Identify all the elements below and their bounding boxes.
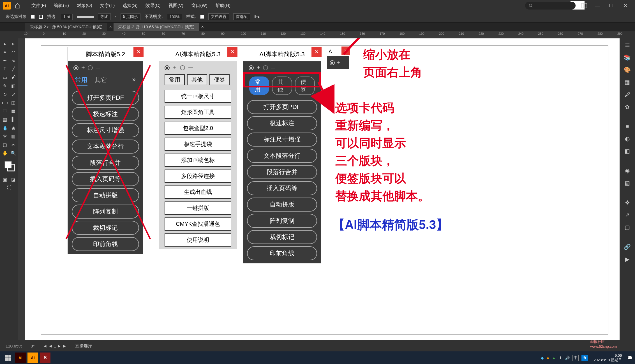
- graph-tool[interactable]: ▥: [10, 132, 17, 140]
- list-item[interactable]: 矩形圆角工具: [165, 106, 231, 119]
- shaper-tool[interactable]: ✎: [1, 82, 9, 90]
- brush-select[interactable]: 5 点圆形: [121, 13, 141, 20]
- plus-icon[interactable]: +: [336, 59, 340, 66]
- magic-wand-tool[interactable]: ✦: [1, 48, 9, 56]
- stroke-panel-icon[interactable]: ≡: [622, 121, 633, 132]
- menu-select[interactable]: 选择(S): [119, 3, 141, 9]
- list-item[interactable]: 标注尺寸增强: [247, 133, 317, 147]
- menu-object[interactable]: 对象(O): [73, 3, 96, 9]
- slice-tool[interactable]: ✂: [10, 141, 17, 149]
- menu-edit[interactable]: 编辑(E): [50, 3, 73, 9]
- direct-selection-tool[interactable]: ▹: [10, 40, 17, 48]
- doc-tab-1[interactable]: 未标题-2.ai @ 50 % (CMYK/CPU 预览): [25, 23, 107, 31]
- list-item[interactable]: 使用说明: [165, 233, 231, 247]
- list-item[interactable]: 自动拼版: [247, 198, 317, 212]
- hand-tool[interactable]: ✋: [1, 149, 9, 157]
- links-icon[interactable]: 🔗: [622, 242, 633, 252]
- close-icon[interactable]: ✕: [341, 47, 350, 55]
- fill-stroke-swatch[interactable]: [4, 160, 15, 171]
- taskbar-app[interactable]: S: [40, 353, 50, 363]
- tab-common[interactable]: 常用: [75, 76, 87, 86]
- list-item[interactable]: 极速标注: [247, 116, 317, 130]
- maximize-button[interactable]: ☐: [607, 1, 615, 10]
- list-item[interactable]: 插入页码等: [247, 181, 317, 195]
- list-item[interactable]: 添加画稿色标: [165, 154, 231, 167]
- rectangle-tool[interactable]: ▭: [1, 73, 9, 81]
- menu-type[interactable]: 文字(T): [96, 3, 119, 9]
- menu-help[interactable]: 帮助(H): [211, 3, 234, 9]
- minus-icon[interactable]: [96, 68, 100, 68]
- zoom-tool[interactable]: 🔍: [10, 149, 17, 157]
- artboards-icon[interactable]: ▢: [622, 222, 633, 233]
- appearance-icon[interactable]: ◉: [622, 165, 633, 176]
- swatches-icon[interactable]: ▦: [622, 77, 633, 87]
- draw-normal[interactable]: ▣: [1, 175, 9, 183]
- minimize-button[interactable]: —: [593, 1, 601, 10]
- home-icon[interactable]: [13, 1, 22, 10]
- eyedropper-tool[interactable]: 💧: [1, 124, 9, 132]
- symbol-spray-tool[interactable]: ✲: [1, 132, 9, 140]
- gradient-tool[interactable]: ▌: [10, 115, 17, 123]
- radio-on-icon[interactable]: [165, 65, 170, 70]
- list-item[interactable]: 印前角线: [247, 246, 317, 260]
- curvature-tool[interactable]: ∿: [10, 57, 17, 64]
- menu-file[interactable]: 文件(F): [27, 3, 50, 9]
- plus-icon[interactable]: +: [173, 64, 177, 71]
- chevron-right-icon[interactable]: »: [132, 76, 136, 86]
- close-button[interactable]: ✕: [621, 1, 629, 10]
- layers-icon[interactable]: ❖: [622, 197, 633, 208]
- zoom-level[interactable]: 110.65%: [6, 344, 22, 348]
- blend-tool[interactable]: ◉: [10, 124, 17, 132]
- play-icon[interactable]: ▶: [622, 254, 633, 265]
- artboard-nav[interactable]: ◄ ◄ 1 ► ►: [43, 344, 67, 348]
- mesh-tool[interactable]: ▩: [1, 115, 9, 123]
- list-item[interactable]: CMYK查找潘通色: [165, 217, 231, 231]
- tray-icon[interactable]: ●: [547, 356, 549, 360]
- list-item[interactable]: 裁切标记: [247, 230, 317, 244]
- menu-view[interactable]: 视图(V): [165, 3, 187, 9]
- start-button[interactable]: [3, 353, 13, 363]
- arrange-icon[interactable]: [581, 3, 587, 8]
- list-item[interactable]: 打开多页PDF: [247, 100, 317, 114]
- uniform-select[interactable]: 等比: [98, 13, 111, 20]
- brushes-icon[interactable]: 🖌: [622, 89, 633, 100]
- ime-icon[interactable]: 中: [572, 355, 579, 361]
- list-item[interactable]: 插入页码等: [72, 172, 139, 186]
- properties-panel-icon[interactable]: ☰: [622, 40, 633, 50]
- eraser-tool[interactable]: ◧: [10, 82, 17, 90]
- search-input[interactable]: [525, 2, 576, 10]
- radio-on-icon[interactable]: [73, 65, 78, 70]
- width-tool[interactable]: ⟷: [1, 99, 9, 106]
- color-icon[interactable]: 🎨: [622, 64, 633, 75]
- perspective-tool[interactable]: ▦: [10, 107, 17, 115]
- list-item[interactable]: 统一画板尺寸: [165, 90, 231, 103]
- list-item[interactable]: 多段路径连接: [165, 170, 231, 183]
- artboard-tool[interactable]: ▢: [1, 141, 9, 149]
- list-item[interactable]: 极速手提袋: [165, 138, 231, 151]
- screen-mode[interactable]: ⛶: [5, 184, 13, 192]
- asset-export-icon[interactable]: ↗: [622, 210, 633, 220]
- tray-icon[interactable]: ◆: [541, 356, 544, 360]
- tab-notes[interactable]: 便签: [209, 74, 230, 85]
- tray-icon[interactable]: ▲: [552, 356, 556, 360]
- align-icon[interactable]: ⊩▸: [254, 14, 260, 19]
- list-item[interactable]: 阵列复制: [72, 205, 139, 219]
- minus-icon[interactable]: [271, 68, 275, 68]
- tab-other[interactable]: 其它: [95, 76, 107, 86]
- list-item[interactable]: 生成出血线: [165, 186, 231, 199]
- gradient-panel-icon[interactable]: ◐: [622, 133, 633, 144]
- list-item[interactable]: 标注尺寸增强: [72, 123, 139, 137]
- list-item[interactable]: 印前角线: [72, 237, 139, 251]
- list-item[interactable]: 裁切标记: [72, 221, 139, 235]
- volume-icon[interactable]: 🔊: [565, 356, 570, 360]
- list-item[interactable]: 一键拼版: [165, 201, 231, 215]
- radio-on-icon[interactable]: [249, 65, 254, 70]
- notification-icon[interactable]: 💬: [627, 356, 632, 360]
- close-icon[interactable]: ✕: [133, 47, 144, 57]
- doc-setup-button[interactable]: 文档设置: [208, 13, 229, 20]
- prefs-button[interactable]: 首选项: [233, 13, 250, 20]
- doc-tab-2[interactable]: 未标题-2 @ 110.65 % (CMYK/CPU 预览): [114, 23, 199, 31]
- plus-icon[interactable]: +: [81, 64, 85, 71]
- clock[interactable]: 9:06 2023/8/13 星期日: [594, 353, 622, 362]
- style-swatch[interactable]: [200, 15, 204, 19]
